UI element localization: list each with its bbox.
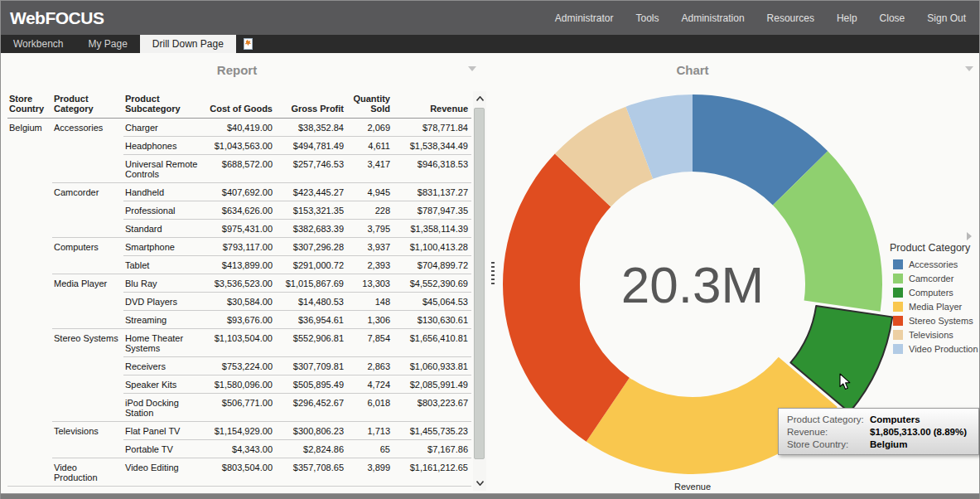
cell-store-country[interactable] [7, 440, 52, 458]
cell-gross-profit[interactable]: $296,452.67 [276, 394, 347, 422]
cell-cost-of-goods[interactable]: $1,103,504.00 [203, 329, 276, 357]
legend-item-camcorder[interactable]: Camcorder [893, 274, 978, 283]
cell-store-country[interactable] [7, 375, 52, 394]
panel-splitter[interactable] [488, 53, 498, 493]
new-page-tab-button[interactable] [236, 35, 259, 53]
menu-item-sign-out[interactable]: Sign Out [927, 12, 966, 24]
cell-quantity-sold[interactable]: 65 [347, 440, 393, 458]
cell-store-country[interactable] [7, 155, 52, 183]
cell-revenue[interactable]: $45,064.53 [393, 293, 471, 311]
cell-gross-profit[interactable]: $307,296.28 [276, 238, 347, 256]
cell-quantity-sold[interactable]: 228 [347, 201, 393, 220]
cell-revenue[interactable]: $803,223.67 [393, 394, 471, 422]
cell-product-subcategory[interactable]: Flat Panel TV [123, 422, 203, 440]
cell-product-category[interactable]: Camcorder [52, 183, 123, 201]
legend-item-stereo-systems[interactable]: Stereo Systems [893, 316, 978, 326]
cell-quantity-sold[interactable]: 3,899 [347, 458, 393, 487]
cell-store-country[interactable] [7, 422, 52, 440]
scrollbar-thumb[interactable] [474, 108, 485, 459]
menu-item-close[interactable]: Close [880, 12, 905, 24]
cell-quantity-sold[interactable]: 4,724 [347, 375, 393, 394]
cell-product-subcategory[interactable]: Video Editing [123, 458, 203, 487]
cell-quantity-sold[interactable]: 1,713 [347, 422, 393, 440]
cell-gross-profit[interactable]: $38,352.84 [276, 119, 347, 137]
cell-cost-of-goods[interactable]: $975,431.00 [203, 220, 276, 238]
cell-product-subcategory[interactable]: Portable TV [123, 440, 203, 458]
cell-cost-of-goods[interactable]: $1,154,929.00 [203, 422, 276, 440]
cell-store-country[interactable] [7, 394, 52, 422]
cell-quantity-sold[interactable]: 2,863 [347, 357, 393, 375]
cell-store-country[interactable] [7, 238, 52, 256]
cell-product-category[interactable] [52, 256, 123, 274]
cell-revenue[interactable]: $1,100,413.28 [393, 238, 471, 256]
cell-revenue[interactable]: $946,318.53 [393, 155, 471, 183]
cell-revenue[interactable]: $7,167.86 [393, 440, 471, 458]
cell-product-subcategory[interactable]: Standard [123, 220, 203, 238]
cell-product-subcategory[interactable]: Universal Remote Controls [123, 155, 203, 183]
cell-quantity-sold[interactable]: 7,854 [347, 329, 393, 357]
cell-revenue[interactable]: $130,630.61 [393, 311, 471, 329]
tab-drill-down-page[interactable]: Drill Down Page [140, 35, 236, 53]
cell-product-category[interactable]: Televisions [52, 422, 123, 440]
cell-quantity-sold[interactable]: 148 [347, 293, 393, 311]
cell-revenue[interactable]: $1,161,212.65 [393, 458, 471, 487]
cell-store-country[interactable] [7, 274, 52, 293]
cell-quantity-sold[interactable]: 3,937 [347, 238, 393, 256]
cell-gross-profit[interactable]: $357,708.65 [276, 458, 347, 487]
cell-quantity-sold[interactable]: 6,018 [347, 394, 393, 422]
cell-revenue[interactable]: $1,358,114.39 [393, 220, 471, 238]
cell-quantity-sold[interactable]: 4,611 [347, 137, 393, 155]
cell-cost-of-goods[interactable]: $3,536,523.00 [203, 274, 276, 293]
cell-store-country[interactable] [7, 183, 52, 201]
cell-quantity-sold[interactable]: 3,417 [347, 155, 393, 183]
cell-product-category[interactable] [52, 440, 123, 458]
cell-gross-profit[interactable]: $36,954.61 [276, 311, 347, 329]
cell-product-subcategory[interactable]: Charger [123, 119, 203, 137]
report-collapse-arrow-icon[interactable] [468, 66, 476, 71]
scroll-up-icon[interactable] [473, 93, 486, 104]
cell-product-subcategory[interactable]: Receivers [123, 357, 203, 375]
cell-cost-of-goods[interactable]: $793,117.00 [203, 238, 276, 256]
cell-product-category[interactable] [52, 311, 123, 329]
cell-product-category[interactable] [52, 375, 123, 394]
cell-gross-profit[interactable]: $423,445.27 [276, 183, 347, 201]
cell-revenue[interactable]: $1,455,735.23 [393, 422, 471, 440]
cell-product-category[interactable] [52, 155, 123, 183]
cell-quantity-sold[interactable]: 1,306 [347, 311, 393, 329]
cell-quantity-sold[interactable]: 2,069 [347, 119, 393, 137]
cell-store-country[interactable] [7, 357, 52, 375]
cell-store-country[interactable] [7, 256, 52, 274]
cell-store-country[interactable]: Belgium [7, 119, 52, 137]
cell-cost-of-goods[interactable]: $1,580,096.00 [203, 375, 276, 394]
cell-product-category[interactable]: Media Player [52, 274, 123, 293]
cell-product-subcategory[interactable]: Professional [123, 201, 203, 220]
cell-product-category[interactable] [52, 201, 123, 220]
cell-product-subcategory[interactable]: DVD Players [123, 293, 203, 311]
cell-cost-of-goods[interactable]: $506,771.00 [203, 394, 276, 422]
menu-item-administrator[interactable]: Administrator [555, 12, 614, 24]
cell-store-country[interactable] [7, 201, 52, 220]
cell-revenue[interactable]: $78,771.84 [393, 119, 471, 137]
cell-store-country[interactable] [7, 311, 52, 329]
cell-cost-of-goods[interactable]: $1,043,563.00 [203, 137, 276, 155]
cell-gross-profit[interactable]: $552,906.81 [276, 329, 347, 357]
cell-revenue[interactable]: $787,947.35 [393, 201, 471, 220]
cell-product-subcategory[interactable]: Speaker Kits [123, 375, 203, 394]
cell-product-subcategory[interactable]: Headphones [123, 137, 203, 155]
cell-cost-of-goods[interactable]: $407,692.00 [203, 183, 276, 201]
cell-store-country[interactable] [7, 329, 52, 357]
cell-cost-of-goods[interactable]: $634,626.00 [203, 201, 276, 220]
menu-item-tools[interactable]: Tools [636, 12, 659, 24]
cell-revenue[interactable]: $4,552,390.69 [393, 274, 471, 293]
legend-item-televisions[interactable]: Televisions [893, 330, 978, 340]
legend-next-arrow-icon[interactable] [967, 232, 972, 240]
cell-store-country[interactable] [7, 293, 52, 311]
cell-product-category[interactable] [52, 394, 123, 422]
scroll-down-icon[interactable] [473, 477, 486, 489]
cell-gross-profit[interactable]: $291,000.72 [276, 256, 347, 274]
cell-product-subcategory[interactable]: Smartphone [123, 238, 203, 256]
cell-product-subcategory[interactable]: Home Theater Systems [123, 329, 203, 357]
cell-cost-of-goods[interactable]: $30,584.00 [203, 293, 276, 311]
cell-revenue[interactable]: $1,656,410.81 [393, 329, 471, 357]
cell-revenue[interactable]: $704,899.72 [393, 256, 471, 274]
